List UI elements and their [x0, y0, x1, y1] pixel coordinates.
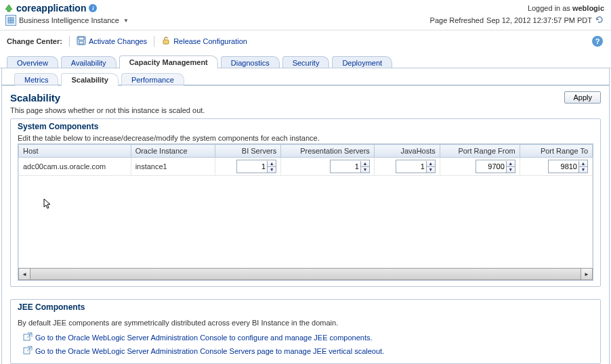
presentation-servers-stepper[interactable]: ▲▼: [330, 160, 370, 173]
spinner-up-icon[interactable]: ▲: [268, 161, 276, 167]
port-to-stepper[interactable]: ▲▼: [548, 160, 588, 173]
refresh-icon[interactable]: [595, 15, 604, 26]
scroll-track[interactable]: [30, 269, 581, 279]
col-port-range-from: Port Range From: [440, 145, 520, 158]
tab-capacity-management[interactable]: Capacity Management: [119, 55, 218, 69]
jee-admin-console-link[interactable]: Go to the Oracle WebLogic Server Adminis…: [35, 334, 373, 342]
svg-rect-7: [24, 334, 30, 340]
divider: [154, 36, 154, 47]
spinner-down-icon[interactable]: ▼: [268, 167, 276, 173]
info-icon[interactable]: i: [89, 4, 97, 12]
jee-servers-page-link[interactable]: Go to the Oracle WebLogic Server Adminis…: [35, 347, 384, 355]
section-description: This page shows whether or not this inst…: [10, 106, 601, 114]
logged-in-label: Logged in as weblogic: [528, 4, 604, 12]
help-icon[interactable]: ?: [592, 36, 603, 47]
spinner-up-icon[interactable]: ▲: [579, 161, 587, 167]
lock-open-icon: [161, 36, 171, 47]
release-configuration-action[interactable]: Release Configuration: [161, 36, 247, 47]
page-refreshed-time: Sep 12, 2012 12:37:57 PM PDT: [486, 16, 592, 24]
col-presentation-servers: Presentation Servers: [281, 145, 375, 158]
app-title: coreapplication: [16, 3, 86, 14]
change-center-label: Change Center:: [7, 37, 62, 45]
spinner-up-icon[interactable]: ▲: [361, 161, 369, 167]
cell-host: adc00cam.us.oracle.com: [19, 158, 131, 176]
instance-menu[interactable]: Business Intelligence Instance ▼: [4, 15, 129, 26]
col-port-range-to: Port Range To: [520, 145, 592, 158]
cell-oracle-instance: instance1: [131, 158, 215, 176]
system-components-hint: Edit the table below to increase/decreas…: [18, 134, 593, 142]
bi-servers-stepper[interactable]: ▲▼: [236, 160, 276, 173]
scroll-left-icon[interactable]: ◄: [19, 269, 30, 279]
javahosts-input[interactable]: [396, 162, 426, 171]
horizontal-scrollbar[interactable]: ◄ ►: [18, 268, 593, 280]
page-refreshed-label: Page Refreshed: [430, 16, 484, 24]
svg-rect-6: [163, 40, 169, 44]
javahosts-stepper[interactable]: ▲▼: [396, 160, 436, 173]
external-link-icon: [23, 346, 33, 357]
external-link-icon: [23, 332, 33, 343]
scroll-right-icon[interactable]: ►: [581, 269, 592, 279]
section-title: Scalability: [10, 92, 60, 104]
up-arrow-icon: [4, 3, 14, 13]
spinner-up-icon[interactable]: ▲: [507, 161, 515, 167]
col-oracle-instance: Oracle Instance: [131, 145, 215, 158]
spinner-down-icon[interactable]: ▼: [579, 167, 587, 173]
system-components-header: System Components: [11, 119, 600, 134]
bi-servers-input[interactable]: [237, 162, 267, 171]
subtab-scalability[interactable]: Scalability: [61, 73, 118, 86]
jee-components-header: JEE Components: [11, 300, 600, 315]
instance-label: Business Intelligence Instance: [19, 16, 119, 24]
presentation-servers-input[interactable]: [331, 162, 360, 171]
col-host: Host: [19, 145, 131, 158]
activate-changes-action[interactable]: Activate Changes: [77, 36, 147, 47]
divider: [69, 36, 70, 47]
jee-description: By default JEE components are symmetrica…: [18, 319, 593, 327]
svg-rect-4: [79, 37, 84, 40]
table-row: adc00cam.us.oracle.com instance1 ▲▼ ▲▼ ▲…: [19, 158, 593, 176]
spinner-down-icon[interactable]: ▼: [361, 167, 369, 173]
port-from-stepper[interactable]: ▲▼: [476, 160, 515, 173]
port-from-input[interactable]: [476, 162, 506, 171]
spinner-down-icon[interactable]: ▼: [427, 167, 435, 173]
apply-button[interactable]: Apply: [564, 91, 601, 104]
col-javahosts: JavaHosts: [374, 145, 440, 158]
spinner-down-icon[interactable]: ▼: [507, 167, 515, 173]
cube-icon: [5, 15, 16, 26]
svg-rect-5: [79, 41, 83, 44]
port-to-input[interactable]: [549, 162, 578, 171]
svg-rect-8: [24, 348, 30, 354]
system-components-table: Host Oracle Instance BI Servers Presenta…: [18, 143, 593, 281]
spinner-up-icon[interactable]: ▲: [427, 161, 435, 167]
disk-icon: [77, 36, 86, 47]
chevron-down-icon: ▼: [123, 18, 129, 24]
col-bi-servers: BI Servers: [215, 145, 281, 158]
